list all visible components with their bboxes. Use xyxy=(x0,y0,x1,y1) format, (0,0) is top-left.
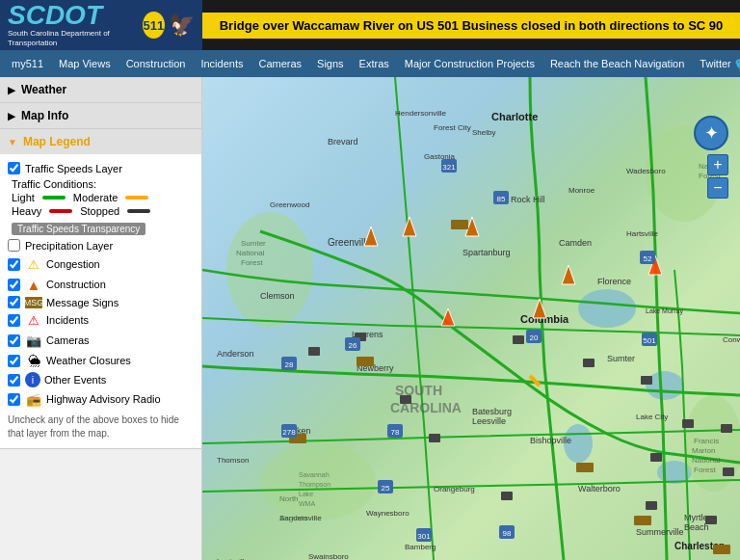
svg-text:Forest: Forest xyxy=(241,258,263,267)
map-info-header[interactable]: ▶ Map Info xyxy=(0,103,201,128)
weather-header[interactable]: ▶ Weather xyxy=(0,77,201,102)
svg-text:Bamberg: Bamberg xyxy=(405,543,436,551)
nav-reach-beach[interactable]: Reach the Beach Navigation xyxy=(542,50,692,77)
construction-icon: ▲ xyxy=(25,276,42,293)
cameras-label: Cameras xyxy=(46,334,90,346)
svg-marker-53 xyxy=(533,299,546,318)
svg-rect-61 xyxy=(650,453,662,462)
construction-checkbox[interactable] xyxy=(8,279,20,291)
precipitation-row: Precipitation Layer xyxy=(8,239,194,252)
incidents-checkbox[interactable] xyxy=(8,314,20,327)
svg-rect-63 xyxy=(646,501,657,510)
construction-label: Construction xyxy=(46,279,106,290)
weather-closures-checkbox[interactable] xyxy=(8,355,20,367)
main-layout: ▶ Weather ▶ Map Info ▼ Map Legend Traffi… xyxy=(0,77,740,560)
nav-signs[interactable]: Signs xyxy=(309,50,352,77)
svg-point-0 xyxy=(578,289,636,328)
svg-text:78: 78 xyxy=(391,428,400,437)
scdot-logo: SCDOT South Carolina Department of Trans… xyxy=(8,2,135,47)
map-legend-arrow: ▼ xyxy=(8,137,17,147)
twitter-label: Twitter xyxy=(700,58,730,69)
nav-major-construction[interactable]: Major Construction Projects xyxy=(397,50,542,77)
svg-text:National: National xyxy=(236,249,265,257)
svg-rect-62 xyxy=(682,419,694,428)
message-signs-item: MSG Message Signs xyxy=(8,296,194,308)
traffic-speeds-label: Traffic Speeds Layer xyxy=(25,163,122,174)
precipitation-checkbox[interactable] xyxy=(8,239,20,252)
svg-text:278: 278 xyxy=(282,428,296,437)
message-signs-checkbox[interactable] xyxy=(8,296,20,308)
svg-text:Francis: Francis xyxy=(694,437,719,445)
map-legend-header[interactable]: ▼ Map Legend xyxy=(0,129,201,154)
svg-text:Forest: Forest xyxy=(694,466,716,474)
sc-bird-icon: 🦅 xyxy=(169,13,195,38)
svg-text:501: 501 xyxy=(643,336,656,345)
zoom-out-button[interactable]: − xyxy=(707,177,728,199)
svg-rect-73 xyxy=(576,463,594,472)
svg-text:25: 25 xyxy=(382,484,390,493)
svg-text:Shelby: Shelby xyxy=(472,128,495,137)
svg-text:Greenwood: Greenwood xyxy=(270,200,309,209)
highway-advisory-icon: 📻 xyxy=(25,390,42,408)
tc-title: Traffic Conditions: xyxy=(12,178,194,190)
nav-incidents[interactable]: Incidents xyxy=(193,50,251,77)
svg-text:Walterboro: Walterboro xyxy=(578,484,621,493)
congestion-checkbox[interactable] xyxy=(8,258,20,271)
svg-text:Thomson: Thomson xyxy=(217,456,249,465)
nav-cameras[interactable]: Cameras xyxy=(251,50,309,77)
stopped-line xyxy=(127,209,150,213)
svg-text:Sumter: Sumter xyxy=(607,354,635,363)
nav-map-views[interactable]: Map Views xyxy=(51,50,119,77)
svg-text:Marion: Marion xyxy=(692,446,715,455)
sidebar: ▶ Weather ▶ Map Info ▼ Map Legend Traffi… xyxy=(0,77,202,560)
nav-construction[interactable]: Construction xyxy=(119,50,194,77)
tc-heavy: Heavy Stopped xyxy=(12,205,194,217)
alert-text: Bridge over Waccamaw River on US 501 Bus… xyxy=(220,18,724,33)
traffic-speeds-row: Traffic Speeds Layer xyxy=(8,162,194,174)
weather-section: ▶ Weather xyxy=(0,77,201,103)
precipitation-label: Precipitation Layer xyxy=(25,240,113,252)
logo-subtitle: South Carolina Department of Transportat… xyxy=(8,29,135,47)
map-area[interactable]: Columbia Charlotte Greenville Spartanbur… xyxy=(202,77,740,560)
transparency-button[interactable]: Traffic Speeds Transparency xyxy=(12,223,145,235)
svg-marker-51 xyxy=(403,217,416,236)
other-events-icon: i xyxy=(25,372,40,387)
map-legend-label: Map Legend xyxy=(23,135,91,148)
svg-text:Clemson: Clemson xyxy=(260,291,295,301)
traffic-speeds-checkbox[interactable] xyxy=(8,162,20,174)
svg-rect-58 xyxy=(513,335,524,344)
svg-text:Leesville: Leesville xyxy=(472,416,506,426)
svg-text:Augusta: Augusta xyxy=(279,514,308,522)
svg-text:Summerville: Summerville xyxy=(636,527,684,537)
other-events-checkbox[interactable] xyxy=(8,374,20,387)
svg-rect-68 xyxy=(429,434,440,442)
svg-text:Lake City: Lake City xyxy=(636,413,668,421)
incidents-icon: ⚠ xyxy=(25,311,42,329)
svg-rect-65 xyxy=(723,467,734,476)
svg-text:52: 52 xyxy=(644,254,652,263)
heavy-line xyxy=(49,209,72,213)
nav-extras[interactable]: Extras xyxy=(352,50,397,77)
highway-advisory-checkbox[interactable] xyxy=(8,393,20,406)
zoom-in-button[interactable]: + xyxy=(707,154,728,175)
legend-content: Traffic Speeds Layer Traffic Conditions:… xyxy=(0,154,201,448)
light-label: Light xyxy=(12,192,35,203)
cameras-icon: 📷 xyxy=(25,332,42,349)
moderate-label: Moderate xyxy=(73,192,118,203)
map-legend-section: ▼ Map Legend Traffic Speeds Layer Traffi… xyxy=(0,129,201,449)
svg-text:301: 301 xyxy=(417,532,431,541)
weather-closures-label: Weather Closures xyxy=(46,355,131,366)
svg-text:Thompson: Thompson xyxy=(299,481,330,489)
svg-text:Anderson: Anderson xyxy=(217,349,254,359)
light-line xyxy=(42,196,66,200)
svg-point-1 xyxy=(646,371,684,400)
svg-rect-66 xyxy=(705,516,717,524)
incidents-label: Incidents xyxy=(46,314,89,326)
message-signs-icon: MSG xyxy=(25,297,42,308)
nav-twitter[interactable]: Twitter 🐦 xyxy=(692,50,740,77)
svg-text:National: National xyxy=(692,456,721,465)
moderate-line xyxy=(125,196,148,200)
svg-rect-70 xyxy=(501,492,513,500)
nav-my511[interactable]: my511 xyxy=(4,50,51,77)
cameras-checkbox[interactable] xyxy=(8,334,20,347)
